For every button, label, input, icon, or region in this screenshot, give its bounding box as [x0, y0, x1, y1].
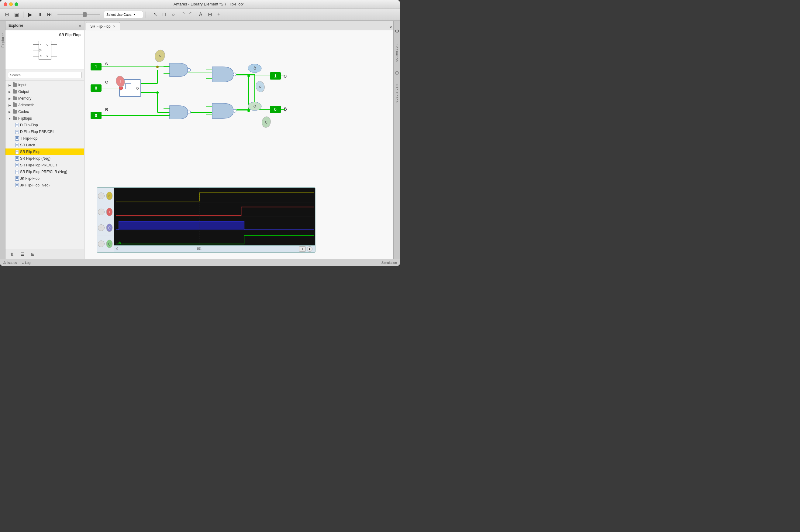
tree-label-arithmetic: Arithmetic [18, 103, 34, 107]
file-icon [15, 123, 19, 127]
scenarios-label[interactable]: Scenarios [395, 44, 399, 62]
sort-button[interactable]: ⇅ [8, 250, 16, 259]
grid-tool-button[interactable]: ⊞ [205, 10, 214, 19]
tree-label-d-flipflop-pre: D Flip-Flop PRE/CRL [20, 130, 55, 134]
view-button[interactable]: ▣ [12, 10, 21, 19]
waveform-label-q: − Q [97, 220, 114, 236]
close-button[interactable] [4, 2, 7, 6]
svg-text:1: 1 [274, 74, 277, 78]
use-cases-label[interactable]: Use Cases [395, 84, 399, 103]
waveform-chart [114, 188, 315, 245]
settings-button[interactable]: ⊞ [2, 10, 11, 19]
svg-point-33 [248, 110, 250, 112]
canvas-content[interactable]: 1 S 0 C 0 R I [85, 30, 393, 259]
play-button[interactable]: ▶ [26, 10, 34, 19]
sidebar-item-arithmetic[interactable]: ▶ Arithmetic [5, 102, 84, 109]
sidebar-item-jk-flipflop-neg[interactable]: JK Flip-Flop (Neg) [5, 182, 84, 189]
settings-right-button[interactable]: ⚙ [393, 27, 400, 35]
preview-circuit: S Q C R Q̄ [31, 38, 59, 62]
signal-qbar-btn[interactable]: − [98, 241, 105, 247]
sidebar-item-output[interactable]: ▶ Output [5, 88, 84, 95]
sidebar-item-d-flipflop-pre[interactable]: D Flip-Flop PRE/CRL [5, 129, 84, 135]
sidebar-tab-label[interactable]: Explorer [1, 33, 4, 48]
sidebar-item-sr-latch[interactable]: SR Latch [5, 142, 84, 149]
explorer-header: Explorer « [5, 21, 84, 30]
select-tool-button[interactable]: ↖ [151, 10, 159, 19]
svg-text:Q: Q [47, 43, 48, 46]
svg-point-32 [248, 75, 250, 77]
maximize-button[interactable] [15, 2, 18, 6]
rect-tool-button[interactable]: □ [160, 10, 168, 19]
pause-button[interactable]: ⏸ [36, 10, 44, 19]
svg-text:C: C [105, 80, 108, 84]
toolbar: ⊞ ▣ ▶ ⏸ ⏭ Select Use Case: ▾ ↖ □ ○ ⌒ ⌒ A… [0, 8, 400, 21]
tab-bar: SR Flip-Flop × × [85, 21, 393, 30]
log-button[interactable]: ≡ Log [22, 261, 31, 265]
wire2-tool-button[interactable]: ⌒ [186, 8, 197, 20]
use-case-dropdown[interactable]: Select Use Case: ▾ [104, 11, 143, 18]
file-icon [15, 176, 19, 181]
log-icon: ≡ [22, 261, 24, 265]
file-icon [15, 130, 19, 134]
signal-i-btn[interactable]: − [98, 209, 105, 215]
tree-label-d-flipflop: D Flip-Flop [20, 123, 38, 127]
slider-thumb[interactable] [83, 12, 87, 17]
toolbar-divider-2 [146, 12, 146, 18]
sidebar-item-input[interactable]: ▶ Input [5, 82, 84, 88]
tree-label-input: Input [18, 83, 26, 87]
sidebar-item-d-flipflop[interactable]: D Flip-Flop [5, 122, 84, 129]
signal-s-btn[interactable]: − [98, 192, 105, 199]
chevron-icon: ▶ [8, 90, 12, 94]
search-box [5, 70, 84, 80]
signal-q-icon: Q [106, 223, 113, 233]
zoom-in-button[interactable]: + [299, 246, 306, 252]
sidebar-item-jk-flipflop[interactable]: JK Flip-Flop [5, 175, 84, 182]
sidebar-toggle[interactable]: Explorer [0, 21, 5, 259]
waveform-label-qbar: − Q [97, 236, 114, 252]
traffic-lights[interactable] [4, 2, 18, 6]
circle-tool-button[interactable]: ○ [169, 10, 178, 19]
chevron-down-icon: ▼ [8, 117, 12, 120]
minimize-button[interactable] [9, 2, 13, 6]
speed-slider[interactable] [57, 14, 100, 15]
log-label: Log [25, 261, 31, 265]
sidebar-item-sr-flipflop-pre-neg[interactable]: SR Flip-Flop PRE/CLR (Neg) [5, 169, 84, 175]
fit-button[interactable]: ● [307, 246, 312, 252]
text-tool-button[interactable]: A [196, 10, 205, 19]
collapse-button[interactable]: « [79, 23, 81, 28]
signal-q-btn[interactable]: − [98, 224, 105, 231]
preview-label: SR Flip-Flop [59, 33, 80, 37]
sidebar-item-sr-flipflop[interactable]: SR Flip-Flop [5, 149, 84, 155]
list-button[interactable]: ☰ [18, 250, 27, 259]
waveform-label-s: − S [97, 188, 114, 204]
tree-container: ▶ Input ▶ Output ▶ Memory [5, 80, 84, 249]
sidebar-item-t-flipflop[interactable]: T Flip-Flop [5, 135, 84, 142]
tab-sr-flipflop[interactable]: SR Flip-Flop × [86, 22, 120, 30]
table-button[interactable]: ⊞ [29, 250, 37, 259]
svg-text:I: I [120, 80, 121, 83]
step-button[interactable]: ⏭ [45, 10, 54, 19]
signal-s-icon: S [106, 191, 113, 201]
window-title: Antares - Library Element "SR Flip-Flop" [21, 2, 396, 6]
add-tool-button[interactable]: + [215, 10, 223, 19]
file-icon [15, 156, 19, 160]
sidebar-item-memory[interactable]: ▶ Memory [5, 95, 84, 102]
svg-rect-11 [85, 30, 328, 176]
main-area: Explorer Explorer « SR Flip-Flop S Q C R [0, 21, 400, 259]
circuit-diagram: 1 S 0 C 0 R I [85, 30, 328, 176]
sidebar-item-sr-flipflop-neg[interactable]: SR Flip-Flop (Neg) [5, 155, 84, 162]
preview-area: SR Flip-Flop S Q C R Q̄ [5, 30, 84, 70]
waveform-panel: − S − I [97, 187, 315, 253]
file-icon [15, 183, 19, 187]
search-input[interactable] [8, 72, 82, 78]
folder-icon [13, 83, 17, 87]
sidebar-item-sr-flipflop-pre[interactable]: SR Flip-Flop PRE/CLR [5, 162, 84, 169]
signal-qbar-icon: Q [106, 239, 113, 249]
sidebar-item-codec[interactable]: ▶ Codec [5, 109, 84, 115]
tab-close-button[interactable]: × [113, 24, 115, 29]
chevron-icon: ▶ [8, 83, 12, 87]
close-panel-button[interactable]: × [389, 24, 392, 30]
waveform-labels: − S − I [97, 188, 114, 252]
sidebar-item-flipflops[interactable]: ▼ Flipflops [5, 115, 84, 122]
issues-button[interactable]: ⚠ Issues [3, 261, 17, 265]
